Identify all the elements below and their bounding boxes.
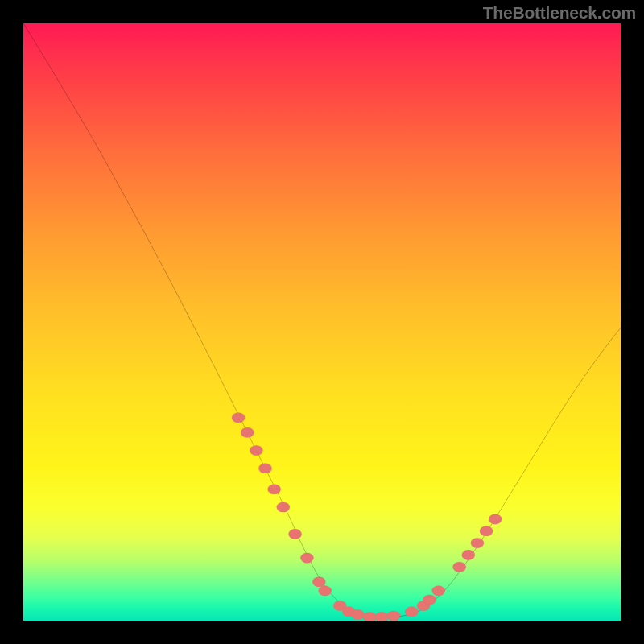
- marker-point: [471, 538, 484, 548]
- marker-point: [250, 445, 262, 456]
- marker-point: [423, 595, 436, 605]
- chart-svg: [23, 23, 621, 621]
- marker-point: [241, 427, 254, 438]
- marker-point: [319, 586, 332, 597]
- marker-point: [405, 607, 418, 617]
- marker-point: [312, 576, 325, 587]
- watermark-text: TheBottleneck.com: [483, 3, 636, 23]
- marker-point: [300, 553, 313, 564]
- marker-point: [363, 612, 376, 621]
- marker-point: [351, 609, 364, 620]
- marker-point: [432, 586, 445, 597]
- marker-point: [232, 412, 245, 423]
- marker-point: [462, 550, 475, 560]
- bottleneck-curve: [23, 23, 621, 618]
- marker-point: [267, 484, 280, 494]
- marker-point: [480, 526, 493, 536]
- plot-area: [23, 23, 621, 621]
- marker-point: [489, 514, 502, 525]
- chart-frame: TheBottleneck.com: [0, 0, 644, 644]
- marker-point: [375, 612, 388, 621]
- marker-point: [452, 562, 465, 572]
- highlight-markers: [232, 412, 502, 621]
- marker-point: [387, 611, 400, 621]
- marker-point: [288, 529, 301, 539]
- marker-point: [258, 463, 271, 473]
- marker-point: [277, 502, 290, 513]
